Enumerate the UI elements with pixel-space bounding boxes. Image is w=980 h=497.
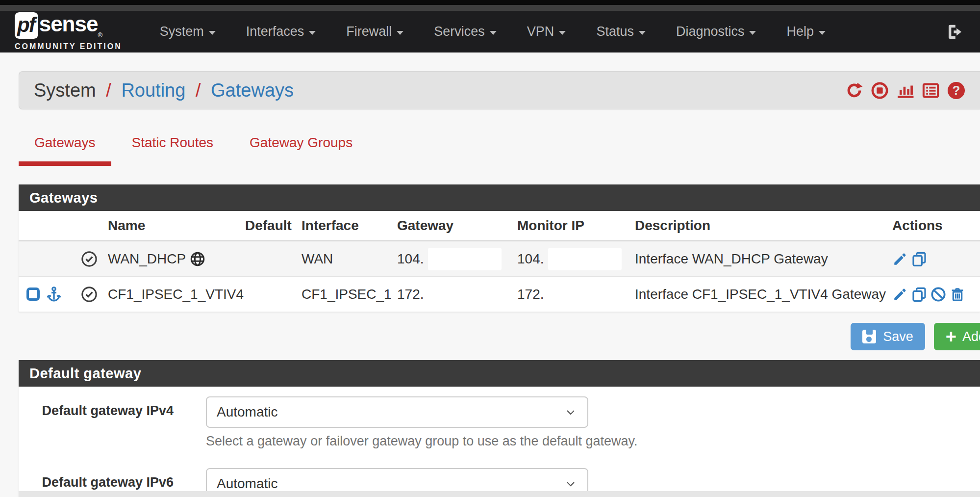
checkbox-icon[interactable] — [26, 288, 40, 301]
logo-registered-mark: ® — [98, 31, 102, 39]
tab-static-routes[interactable]: Static Routes — [116, 132, 229, 166]
table-buttons: Save + Add — [0, 323, 980, 350]
chevron-down-icon — [309, 31, 316, 35]
menu-vpn[interactable]: VPN — [512, 24, 581, 39]
chevron-down-icon — [490, 31, 497, 35]
sign-out-icon[interactable] — [946, 23, 964, 41]
default-gateway-ipv4-select[interactable]: Automatic — [206, 396, 588, 428]
logo-pf: pf — [15, 12, 38, 39]
breadcrumb-system: System — [34, 80, 96, 101]
form-row-ipv4: Default gateway IPv4 Automatic Select a … — [19, 387, 980, 458]
chevron-down-icon — [564, 477, 578, 491]
chevron-down-icon — [559, 31, 566, 35]
copy-icon[interactable] — [911, 287, 927, 302]
monitor-ip: 104. — [517, 251, 544, 267]
plus-icon: + — [946, 329, 956, 344]
edit-icon[interactable] — [892, 251, 908, 267]
delete-icon[interactable] — [950, 287, 965, 302]
gateway-description: Interface CF1_IPSEC_1_VTIV4 Gateway — [634, 287, 891, 302]
gateway-interface: CF1_IPSEC_1 — [301, 287, 396, 302]
breadcrumb-separator: / — [101, 80, 116, 101]
table-row: CF1_IPSEC_1_VTIV4 CF1_IPSEC_1 172. 172. … — [19, 277, 980, 312]
col-interface: Interface — [301, 218, 396, 234]
table-header-row: Name Default Interface Gateway Monitor I… — [19, 211, 980, 241]
col-monitor-ip: Monitor IP — [516, 218, 634, 234]
main-menu: System Interfaces Firewall Services VPN … — [145, 24, 841, 39]
gateway-name: WAN_DHCP — [108, 251, 186, 267]
default-gateway-panel: Default gateway Default gateway IPv4 Aut… — [19, 360, 980, 497]
monitor-ip: 172. — [516, 287, 634, 302]
table-row: WAN_DHCP WAN 104. 104. — [19, 241, 980, 277]
save-button[interactable]: Save — [851, 323, 925, 350]
logo-sense: sense — [39, 13, 98, 35]
next-section-edge — [19, 491, 980, 497]
breadcrumb-bar: System / Routing / Gateways — [19, 71, 980, 109]
breadcrumb-gateways-link[interactable]: Gateways — [211, 80, 294, 101]
gateway-interface: WAN — [301, 251, 396, 267]
add-button[interactable]: + Add — [934, 323, 980, 350]
default-gateway-ipv4-help: Select a gateway or failover gateway gro… — [206, 434, 980, 449]
menu-help[interactable]: Help — [771, 24, 841, 39]
gateway-status — [75, 286, 107, 303]
tab-gateway-groups[interactable]: Gateway Groups — [234, 132, 368, 166]
gateway-name: CF1_IPSEC_1_VTIV4 — [107, 287, 244, 302]
chevron-down-icon — [209, 31, 216, 35]
breadcrumb: System / Routing / Gateways — [34, 80, 294, 101]
gateways-panel: Gateways Name Default Interface Gateway … — [19, 184, 980, 312]
anchor-icon — [46, 286, 62, 303]
window-title-strip — [0, 5, 980, 11]
pfsense-logo[interactable]: pf sense ® COMMUNITY EDITION — [15, 12, 122, 51]
col-gateway: Gateway — [396, 218, 516, 234]
menu-diagnostics[interactable]: Diagnostics — [661, 24, 772, 39]
stop-icon[interactable] — [871, 81, 889, 100]
check-circle-icon — [81, 251, 98, 267]
chevron-down-icon — [819, 31, 826, 35]
disable-icon[interactable] — [930, 287, 946, 302]
col-name: Name — [107, 218, 244, 234]
chevron-down-icon — [564, 405, 578, 419]
copy-icon[interactable] — [911, 251, 927, 267]
col-description: Description — [634, 218, 891, 234]
redaction-box — [428, 248, 502, 270]
chevron-down-icon — [639, 31, 646, 35]
redaction-box — [548, 248, 622, 270]
gateway-status — [75, 251, 107, 267]
chart-bar-icon[interactable] — [896, 81, 914, 100]
edit-icon[interactable] — [892, 287, 908, 302]
gateway-address: 172. — [396, 287, 516, 302]
check-circle-icon — [81, 286, 98, 303]
breadcrumb-separator: / — [191, 80, 206, 101]
tab-gateways[interactable]: Gateways — [19, 132, 111, 166]
chevron-down-icon — [397, 31, 403, 35]
window-top-strip — [0, 0, 980, 5]
menu-status[interactable]: Status — [581, 24, 661, 39]
menu-system[interactable]: System — [145, 24, 231, 39]
breadcrumb-routing-link[interactable]: Routing — [121, 80, 185, 101]
col-default: Default — [244, 218, 301, 234]
gateways-panel-title: Gateways — [19, 184, 980, 211]
gateway-description: Interface WAN_DHCP Gateway — [634, 251, 891, 267]
log-icon[interactable] — [922, 81, 940, 100]
refresh-icon[interactable] — [845, 81, 863, 100]
gateway-address: 104. — [397, 251, 424, 267]
menu-firewall[interactable]: Firewall — [331, 24, 419, 39]
logo-subtitle: COMMUNITY EDITION — [15, 42, 122, 51]
default-gateway-ipv4-label: Default gateway IPv4 — [19, 396, 180, 449]
save-icon — [862, 330, 876, 343]
globe-icon — [190, 251, 205, 267]
help-icon[interactable]: ? — [947, 81, 965, 100]
chevron-down-icon — [749, 31, 756, 35]
navbar: pf sense ® COMMUNITY EDITION System Inte… — [0, 11, 980, 52]
breadcrumb-actions: ? — [845, 81, 965, 100]
default-gateway-panel-title: Default gateway — [19, 360, 980, 387]
menu-interfaces[interactable]: Interfaces — [231, 24, 331, 39]
routing-tabs: Gateways Static Routes Gateway Groups — [19, 132, 980, 166]
menu-services[interactable]: Services — [419, 24, 512, 39]
page-content: System / Routing / Gateways — [0, 52, 980, 497]
col-actions: Actions — [891, 218, 980, 234]
